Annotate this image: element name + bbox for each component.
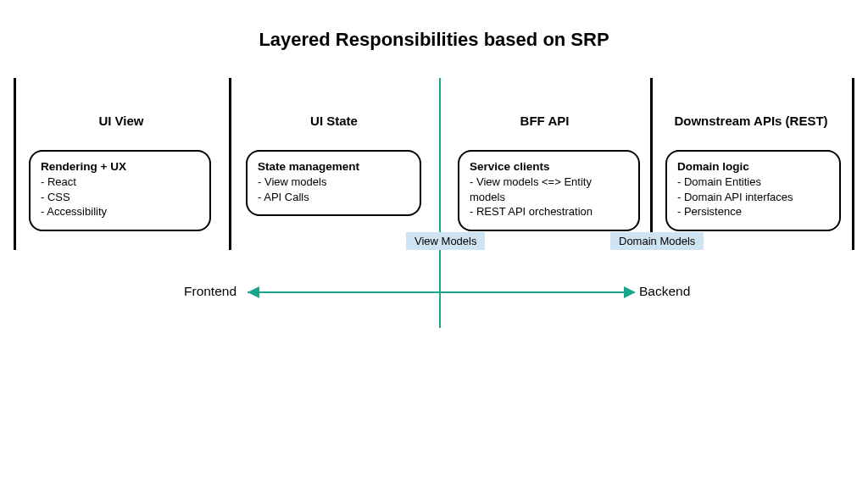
box-item: - Domain Entities (677, 175, 829, 190)
arrow-label-backend: Backend (639, 284, 690, 299)
box-item: - View models <=> Entity models (470, 175, 628, 204)
box-downstream-apis: Domain logic - Domain Entities - Domain … (665, 150, 841, 231)
tag-domain-models: Domain Models (610, 232, 704, 250)
box-item: - REST API orchestration (470, 204, 628, 219)
box-item: - Domain API interfaces (677, 190, 829, 205)
arrow-line-left (248, 291, 439, 293)
arrow-head-right-icon (624, 286, 636, 298)
column-title-downstream-apis: Downstream APIs (REST) (650, 114, 852, 128)
lane-divider (650, 78, 653, 250)
column-title-ui-state: UI State (229, 114, 439, 128)
box-item: - API Calls (258, 190, 409, 205)
box-heading: Service clients (470, 160, 628, 173)
box-heading: Domain logic (677, 160, 829, 173)
box-heading: State management (258, 160, 409, 173)
column-title-bff-api: BFF API (439, 114, 650, 128)
arrow-line-right (441, 291, 624, 293)
box-ui-state: State management - View models - API Cal… (246, 150, 421, 216)
lane-divider (14, 78, 16, 250)
diagram-title: Layered Responsibilities based on SRP (0, 29, 868, 51)
box-item: - CSS (41, 190, 199, 205)
box-item: - Accessibility (41, 204, 199, 219)
box-item: - React (41, 175, 199, 190)
lane-divider (852, 78, 854, 250)
arrow-label-frontend: Frontend (184, 284, 236, 299)
lane-divider (229, 78, 231, 250)
box-heading: Rendering + UX (41, 160, 199, 173)
column-title-ui-view: UI View (14, 114, 229, 128)
diagram-canvas: Layered Responsibilities based on SRP UI… (0, 0, 868, 488)
box-item: - View models (258, 175, 409, 190)
box-ui-view: Rendering + UX - React - CSS - Accessibi… (29, 150, 211, 231)
tag-view-models: View Models (406, 232, 485, 250)
box-item: - Persistence (677, 204, 829, 219)
box-bff-api: Service clients - View models <=> Entity… (458, 150, 640, 231)
